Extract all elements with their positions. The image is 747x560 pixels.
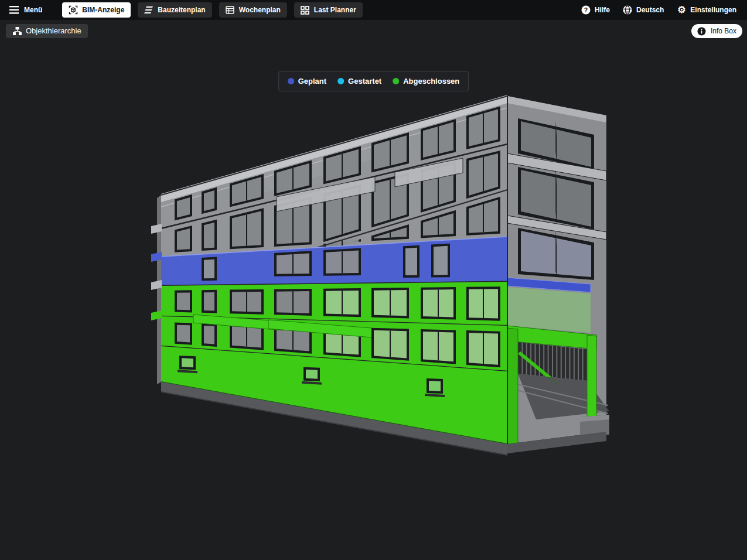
main-tabs: BIM-Anzeige Bauzeitenplan Wochenplan (62, 2, 363, 18)
left-edge (157, 195, 161, 384)
gestartet-dot (337, 78, 344, 84)
legend-item-gestartet: Gestartet (337, 77, 381, 86)
abgeschlossen-label: Abgeschlossen (403, 77, 459, 86)
tab-label: Wochenplan (239, 6, 281, 13)
language-label: Deutsch (636, 6, 664, 13)
info-box-button[interactable]: Info Box (691, 24, 742, 38)
gestartet-label: Gestartet (348, 77, 381, 86)
question-circle-icon: ? (581, 5, 591, 15)
svg-text:?: ? (584, 6, 588, 13)
topbar: Menü BIM-Anzeige Bauz (0, 0, 747, 20)
language-button[interactable]: Deutsch (618, 2, 668, 18)
tab-bauzeitenplan[interactable]: Bauzeitenplan (138, 2, 212, 18)
info-box-label: Info Box (711, 27, 736, 35)
hamburger-icon (9, 5, 19, 15)
status-legend: Geplant Gestartet Abgeschlossen (278, 71, 469, 91)
help-label: Hilfe (595, 6, 610, 13)
tab-label: Last Planner (314, 6, 356, 13)
tab-bim-anzeige[interactable]: BIM-Anzeige (62, 2, 131, 18)
abgeschlossen-dot (393, 78, 399, 84)
legend-item-abgeschlossen: Abgeschlossen (393, 77, 459, 86)
geplant-dot (288, 78, 294, 84)
grid-icon (301, 5, 310, 15)
table-icon (226, 5, 235, 15)
tab-label: Bauzeitenplan (158, 6, 205, 13)
globe-icon (623, 5, 632, 15)
sitemap-icon (12, 26, 22, 36)
menu-button[interactable]: Menü (6, 3, 46, 17)
menu-label: Menü (24, 6, 42, 14)
settings-button[interactable]: ⚙ Einstellungen (672, 2, 741, 18)
tab-label: BIM-Anzeige (82, 6, 124, 13)
tab-last-planner[interactable]: Last Planner (294, 2, 363, 18)
help-button[interactable]: ? Hilfe (577, 2, 615, 18)
building-model (151, 95, 609, 455)
bim-model-canvas[interactable] (0, 20, 747, 560)
gantt-lines-icon (144, 5, 154, 15)
settings-label: Einstellungen (690, 6, 736, 13)
info-icon (697, 26, 707, 36)
geplant-label: Geplant (298, 77, 326, 86)
object-hierarchy-label: Objekthierarchie (26, 26, 81, 36)
object-hierarchy-button[interactable]: Objekthierarchie (6, 24, 88, 38)
gear-icon: ⚙ (677, 5, 686, 15)
tab-wochenplan[interactable]: Wochenplan (219, 2, 287, 18)
cube-scan-icon (69, 5, 78, 15)
viewer-stage: Objekthierarchie Info Box Geplant Gestar… (0, 20, 747, 560)
legend-item-geplant: Geplant (288, 77, 326, 86)
